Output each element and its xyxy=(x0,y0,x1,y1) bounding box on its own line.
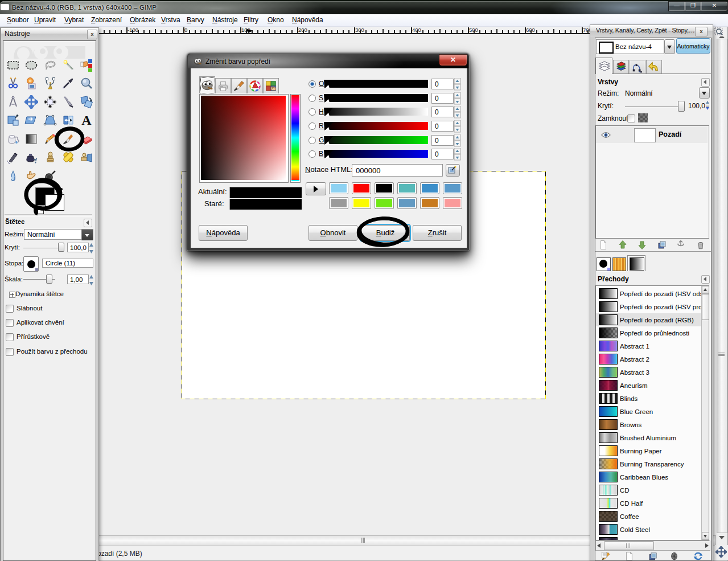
svg-text:A: A xyxy=(81,113,92,127)
